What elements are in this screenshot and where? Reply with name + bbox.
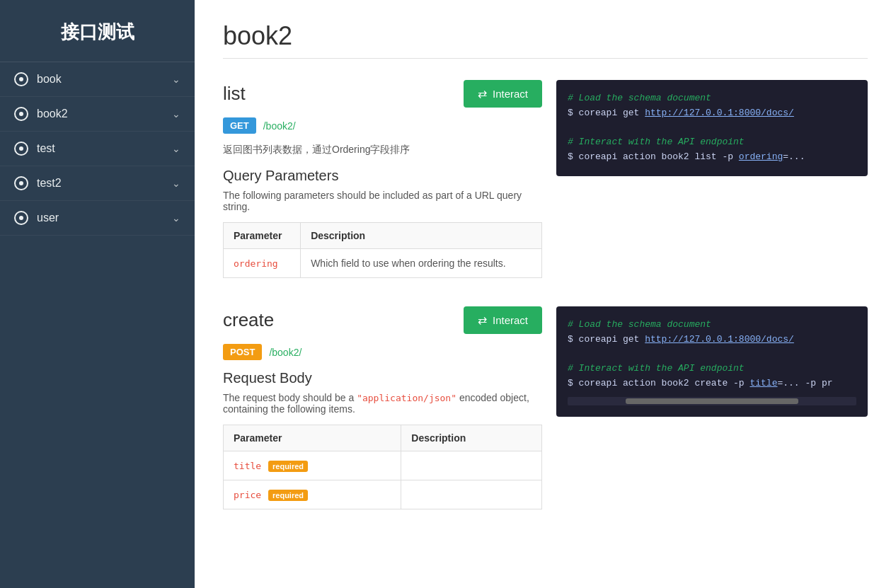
page-divider bbox=[223, 58, 868, 59]
create-code-line2: $ coreapi get http://127.0.0.1:8000/docs… bbox=[568, 333, 856, 347]
list-section-layout: list ⇄ Interact GET /book2/ 返回图书列表数据，通过O… bbox=[223, 80, 868, 278]
sidebar-item-test-label: test bbox=[37, 142, 172, 155]
required-badge: required bbox=[268, 461, 308, 472]
book-icon bbox=[14, 72, 28, 86]
required-badge: required bbox=[268, 490, 308, 501]
list-code-comment1: # Load the schema document bbox=[568, 91, 856, 106]
main-content: book2 list ⇄ Interact GET /book2/ 返回图书列表… bbox=[195, 0, 896, 588]
create-section-name: create bbox=[223, 309, 464, 331]
sidebar-item-test2-label: test2 bbox=[37, 177, 172, 190]
scroll-bar[interactable] bbox=[568, 397, 856, 405]
list-code-line2: $ coreapi get http://127.0.0.1:8000/docs… bbox=[568, 106, 856, 121]
list-section-left: list ⇄ Interact GET /book2/ 返回图书列表数据，通过O… bbox=[223, 80, 542, 278]
create-code-comment1: # Load the schema document bbox=[568, 318, 856, 333]
create-params-table: Parameter Description title required bbox=[223, 425, 542, 509]
list-code-comment2: # Interact with the API endpoint bbox=[568, 135, 856, 150]
list-interact-label: Interact bbox=[493, 88, 528, 100]
create-param-title-desc bbox=[401, 451, 542, 480]
create-section: create ⇄ Interact POST /book2/ Request B… bbox=[223, 306, 868, 509]
create-param-title: title required bbox=[224, 451, 401, 480]
create-method-badge: POST bbox=[223, 344, 262, 360]
list-code-block: # Load the schema document $ coreapi get… bbox=[556, 80, 868, 176]
interact-icon: ⇄ bbox=[478, 313, 487, 327]
list-method-row: GET /book2/ bbox=[223, 117, 542, 134]
interact-icon: ⇄ bbox=[478, 87, 487, 100]
create-param-price-desc bbox=[401, 480, 542, 509]
create-endpoint-path: /book2/ bbox=[269, 347, 301, 358]
list-desc-col-header: Description bbox=[301, 223, 542, 249]
list-section: list ⇄ Interact GET /book2/ 返回图书列表数据，通过O… bbox=[223, 80, 868, 278]
test-icon bbox=[14, 142, 28, 156]
table-row: price required bbox=[224, 480, 542, 509]
sidebar-item-test2[interactable]: test2 ⌄ bbox=[0, 166, 195, 201]
list-method-badge: GET bbox=[223, 117, 256, 134]
table-row: title required bbox=[224, 451, 542, 480]
list-description: 返回图书列表数据，通过Ordering字段排序 bbox=[223, 144, 542, 156]
create-param-price: price required bbox=[224, 480, 401, 509]
chevron-down-icon: ⌄ bbox=[172, 108, 180, 120]
create-code-line4: $ coreapi action book2 create -p title=.… bbox=[568, 376, 856, 391]
book2-icon bbox=[14, 107, 28, 121]
create-method-row: POST /book2/ bbox=[223, 344, 542, 360]
create-section-left: create ⇄ Interact POST /book2/ Request B… bbox=[223, 306, 542, 509]
table-row: ordering Which field to use when orderin… bbox=[224, 249, 542, 278]
sidebar-item-book-label: book bbox=[37, 73, 172, 86]
list-param-name: ordering bbox=[224, 249, 301, 278]
list-param-col-header: Parameter bbox=[224, 223, 301, 249]
scroll-thumb bbox=[626, 398, 799, 404]
sidebar-item-test[interactable]: test ⌄ bbox=[0, 132, 195, 166]
list-section-name: list bbox=[223, 83, 464, 105]
create-interact-label: Interact bbox=[493, 314, 528, 326]
test2-icon bbox=[14, 176, 28, 190]
list-params-desc: The following parameters should be inclu… bbox=[223, 190, 542, 212]
sidebar-item-user-label: user bbox=[37, 212, 172, 224]
create-code-block: # Load the schema document $ coreapi get… bbox=[556, 306, 868, 417]
chevron-down-icon: ⌄ bbox=[172, 74, 180, 85]
list-endpoint-path: /book2/ bbox=[263, 120, 296, 132]
create-interact-button[interactable]: ⇄ Interact bbox=[464, 306, 542, 334]
page-title: book2 bbox=[223, 21, 868, 51]
sidebar-item-user[interactable]: user ⌄ bbox=[0, 201, 195, 236]
create-param-col-header: Parameter bbox=[224, 425, 401, 451]
create-code-comment2: # Interact with the API endpoint bbox=[568, 362, 856, 376]
user-icon bbox=[14, 211, 28, 225]
chevron-down-icon: ⌄ bbox=[172, 143, 180, 154]
chevron-down-icon: ⌄ bbox=[172, 178, 180, 189]
create-section-header: create ⇄ Interact bbox=[223, 306, 542, 334]
sidebar-title: 接口测试 bbox=[0, 0, 195, 62]
list-params-table: Parameter Description ordering Which fie… bbox=[223, 222, 542, 278]
list-code-line4: $ coreapi action book2 list -p ordering=… bbox=[568, 150, 856, 165]
chevron-down-icon: ⌄ bbox=[172, 212, 180, 224]
list-interact-button[interactable]: ⇄ Interact bbox=[464, 80, 542, 108]
sidebar: 接口测试 book ⌄ book2 ⌄ test ⌄ test2 ⌄ user … bbox=[0, 0, 195, 588]
create-sub-desc: The request body should be a "applicatio… bbox=[223, 392, 542, 415]
list-param-desc: Which field to use when ordering the res… bbox=[301, 249, 542, 278]
list-params-heading: Query Parameters bbox=[223, 168, 542, 184]
create-params-heading: Request Body bbox=[223, 370, 542, 386]
sidebar-item-book2-label: book2 bbox=[37, 108, 172, 120]
create-section-layout: create ⇄ Interact POST /book2/ Request B… bbox=[223, 306, 868, 509]
sidebar-item-book2[interactable]: book2 ⌄ bbox=[0, 97, 195, 132]
list-section-header: list ⇄ Interact bbox=[223, 80, 542, 108]
sidebar-item-book[interactable]: book ⌄ bbox=[0, 62, 195, 97]
create-desc-col-header: Description bbox=[401, 425, 542, 451]
